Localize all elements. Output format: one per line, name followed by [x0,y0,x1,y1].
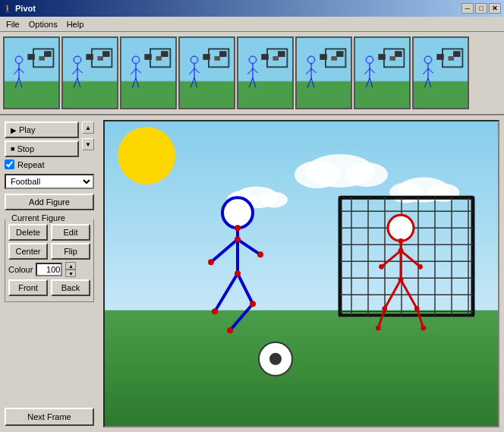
window-controls: ─ □ ✕ [461,3,501,14]
app-icon: 🚶 [3,5,12,13]
add-figure-button[interactable]: Add Figure [5,194,94,210]
scroll-controls: ▲ ▼ [82,121,94,150]
left-panel: ▶ Play ■ Stop Repeat ▲ ▼ Fo [0,115,99,432]
animation-canvas[interactable] [105,121,498,426]
delete-button[interactable]: Delete [8,224,48,241]
window-title: Pivot [15,4,461,13]
flip-button[interactable]: Flip [51,243,90,260]
film-frame-5[interactable] [237,36,294,109]
maximize-button[interactable]: □ [475,3,487,14]
stop-icon: ■ [11,145,14,153]
edit-button[interactable]: Edit [51,224,90,241]
figure-dropdown-row: Football Stickman Other [5,174,94,189]
colour-row: Colour 100 ▲ ▼ [8,262,90,277]
film-frame-4[interactable] [178,36,235,109]
repeat-label: Repeat [17,160,44,169]
film-frame-1[interactable] [3,36,60,109]
play-icon: ▶ [11,126,17,134]
colour-label: Colour [8,265,33,274]
back-button[interactable]: Back [51,279,90,296]
front-button[interactable]: Front [8,279,48,296]
colour-spinner: ▲ ▼ [65,262,76,277]
playback-controls: ▶ Play ■ Stop Repeat ▲ ▼ [5,121,94,169]
canvas-area[interactable] [103,120,499,427]
film-frame-8[interactable] [412,36,469,109]
colour-spin-down[interactable]: ▼ [65,270,76,277]
close-button[interactable]: ✕ [489,3,501,14]
current-figure-label: Current Figure [10,213,67,222]
menu-bar: File Options Help [0,17,504,32]
current-figure-group: Current Figure Delete Edit Center Flip C… [5,219,94,302]
menu-help[interactable]: Help [62,19,89,30]
front-back-row: Front Back [8,279,90,296]
play-button[interactable]: ▶ Play [5,121,79,138]
film-frame-7[interactable] [354,36,411,109]
center-flip-row: Center Flip [8,243,90,260]
menu-file[interactable]: File [2,19,24,30]
repeat-row: Repeat [5,159,79,169]
title-bar: 🚶 Pivot ─ □ ✕ [0,0,504,17]
film-frame-6[interactable] [295,36,352,109]
playback-buttons: ▶ Play ■ Stop Repeat [5,121,79,169]
film-frame-3[interactable] [120,36,177,109]
figure-dropdown[interactable]: Football Stickman Other [5,174,94,189]
scroll-up-button[interactable]: ▲ [82,121,94,134]
minimize-button[interactable]: ─ [461,3,474,14]
colour-input[interactable]: 100 [36,263,62,276]
stop-label: Stop [17,144,34,153]
filmstrip [0,32,504,115]
main-area: ▶ Play ■ Stop Repeat ▲ ▼ Fo [0,115,504,432]
next-frame-button[interactable]: Next Frame [5,408,94,426]
repeat-checkbox[interactable] [5,159,14,169]
film-frame-2[interactable] [61,36,118,109]
colour-spin-up[interactable]: ▲ [65,262,76,270]
delete-edit-row: Delete Edit [8,224,90,241]
menu-options[interactable]: Options [24,19,62,30]
play-label: Play [19,125,35,134]
stop-button[interactable]: ■ Stop [5,140,79,157]
scroll-down-button[interactable]: ▼ [82,138,94,150]
center-button[interactable]: Center [8,243,48,260]
